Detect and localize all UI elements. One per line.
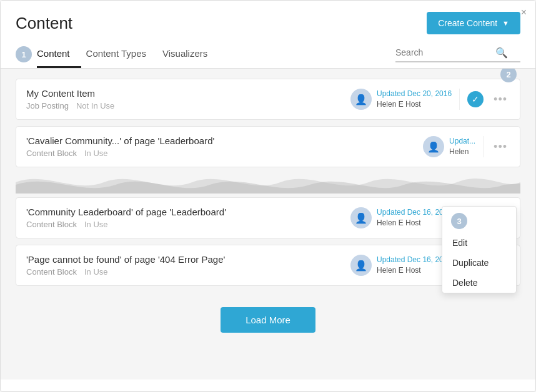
table-row: 'Cavalier Community...' of page 'Leaderb… (16, 126, 520, 167)
update-text-4: Updated Dec 16, 2016 Helen E Host (377, 255, 452, 276)
create-content-button[interactable]: Create Content ▼ (427, 12, 520, 34)
tab-content-types[interactable]: Content Types (86, 41, 157, 68)
search-icon[interactable]: 🔍 (495, 47, 508, 59)
wave-divider (16, 171, 520, 194)
card-meta-2: Content Block In Use (26, 149, 423, 158)
content-area: My Content Item Job Posting Not In Use 👤… (1, 69, 535, 380)
card-status-1: Not In Use (76, 101, 114, 110)
table-row: My Content Item Job Posting Not In Use 👤… (16, 79, 520, 120)
tab-visualizers[interactable]: Visualizers (162, 41, 219, 68)
dropdown-item-edit[interactable]: Edit (442, 233, 516, 253)
dropdown-item-delete[interactable]: Delete (442, 273, 516, 293)
create-content-label: Create Content (438, 18, 497, 28)
update-date-3: Updated Dec 16, 2016 (377, 208, 452, 217)
card-status-2: In Use (84, 149, 108, 158)
tabs-bar: 1 Content Content Types Visualizers 🔍 (1, 41, 535, 69)
check-badge-1: ✓ (467, 91, 484, 107)
update-text-3: Updated Dec 16, 2016 Helen E Host (377, 207, 452, 228)
avatar-4: 👤 (350, 255, 372, 276)
update-date-4: Updated Dec 16, 2016 (377, 255, 452, 264)
card-status-3: In Use (84, 220, 108, 229)
card-type-1: Job Posting (26, 101, 69, 110)
search-area: 🔍 (395, 47, 520, 62)
page-title: Content (16, 14, 72, 33)
card-wrapper-1: My Content Item Job Posting Not In Use 👤… (16, 79, 520, 120)
card-title-1: My Content Item (26, 88, 350, 99)
update-date-2: Updat... (449, 137, 475, 145)
user-name-2: Helen (449, 147, 475, 157)
user-name-4: Helen E Host (377, 265, 452, 276)
card-type-4: Content Block (26, 267, 77, 277)
update-date-1: Updated Dec 20, 2016 (377, 89, 452, 98)
card-right-1: 👤 Updated Dec 20, 2016 Helen E Host ✓ ••… (350, 89, 510, 110)
card-info-1: My Content Item Job Posting Not In Use (26, 88, 350, 110)
dropdown-menu: 3 Edit Duplicate Delete (442, 206, 517, 293)
load-more-button[interactable]: Load More (221, 307, 315, 333)
card-meta-4: Content Block In Use (26, 267, 350, 277)
avatar-1: 👤 (350, 89, 372, 110)
card-info-3: 'Community Leaderboard' of page 'Leaderb… (26, 207, 350, 229)
content-list: My Content Item Job Posting Not In Use 👤… (16, 79, 520, 339)
more-button-1[interactable]: ••• (491, 92, 510, 107)
card-meta-3: Content Block In Use (26, 220, 350, 229)
step-badge-3: 3 (451, 213, 467, 229)
user-info-2: 👤 Updat... Helen (423, 136, 484, 157)
card-title-3: 'Community Leaderboard' of page 'Leaderb… (26, 207, 350, 217)
card-title-4: 'Page cannot be found' of page '404 Erro… (26, 254, 350, 265)
update-text-2: Updat... Helen (449, 136, 475, 157)
avatar-3: 👤 (350, 207, 372, 228)
card-info-2: 'Cavalier Community...' of page 'Leaderb… (26, 135, 423, 158)
card-meta-1: Job Posting Not In Use (26, 101, 350, 110)
card-title-2: 'Cavalier Community...' of page 'Leaderb… (26, 135, 423, 146)
tabs-container: Content Content Types Visualizers (37, 41, 224, 68)
dropdown-item-duplicate[interactable]: Duplicate (442, 253, 516, 273)
avatar-2: 👤 (423, 136, 444, 157)
user-name-1: Helen E Host (377, 99, 452, 110)
title-bar: Content Create Content ▼ (1, 1, 535, 41)
user-info-1: 👤 Updated Dec 20, 2016 Helen E Host (350, 89, 460, 110)
dropdown-header: 3 (442, 207, 516, 233)
close-button[interactable]: × (521, 7, 527, 18)
load-more-area: Load More (16, 292, 520, 339)
chevron-down-icon: ▼ (502, 19, 509, 27)
card-type-3: Content Block (26, 220, 77, 229)
user-name-3: Helen E Host (377, 218, 452, 228)
step-badge-1: 1 (16, 46, 32, 62)
more-button-2[interactable]: ••• (491, 139, 510, 155)
card-type-2: Content Block (26, 149, 77, 158)
main-window: × Content Create Content ▼ 1 Content Con… (0, 0, 536, 392)
update-text-1: Updated Dec 20, 2016 Helen E Host (377, 89, 452, 110)
search-input[interactable] (395, 47, 495, 57)
card-info-4: 'Page cannot be found' of page '404 Erro… (26, 254, 350, 277)
card-status-4: In Use (84, 267, 108, 277)
card-right-2: 👤 Updat... Helen ••• (423, 136, 510, 157)
tab-content[interactable]: Content (37, 41, 81, 68)
